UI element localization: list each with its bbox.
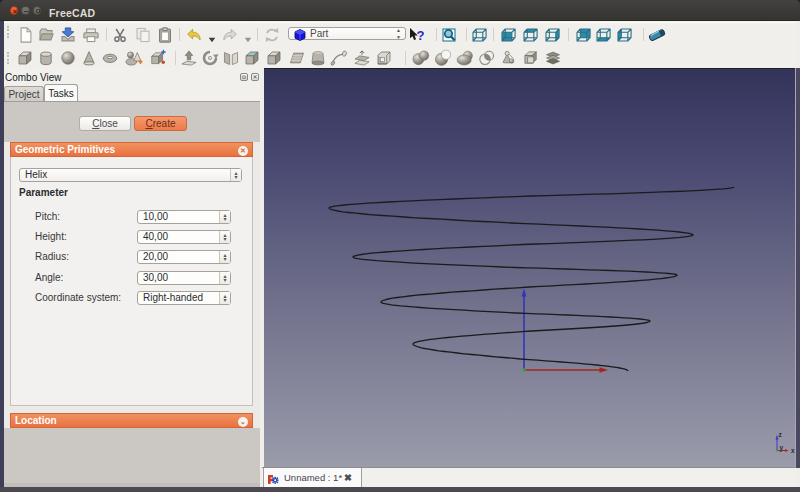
svg-text:?: ? bbox=[417, 27, 425, 42]
svg-text:y: y bbox=[780, 444, 784, 452]
svg-text:z: z bbox=[779, 431, 783, 438]
